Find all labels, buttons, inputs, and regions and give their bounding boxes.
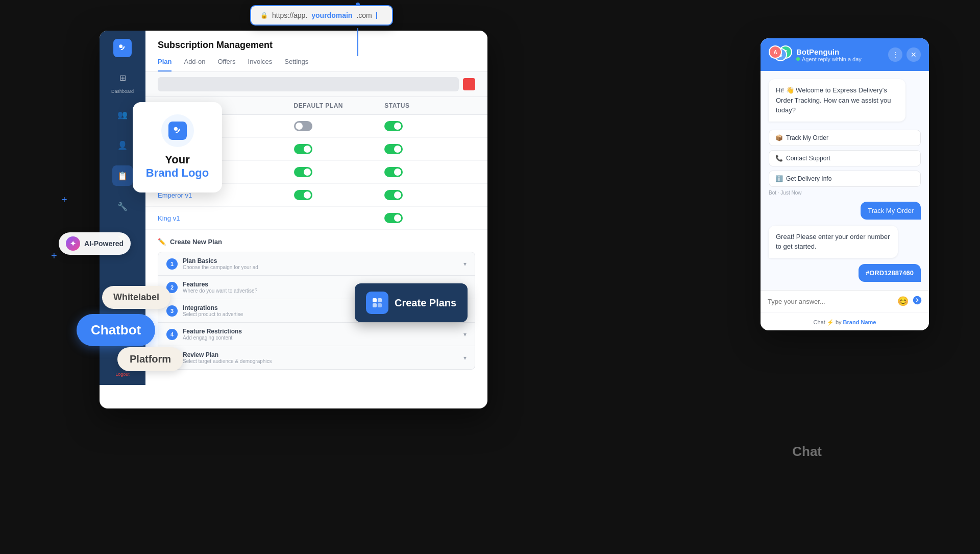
toggle-default-emperorv1[interactable]	[294, 190, 312, 200]
search-bar[interactable]	[158, 77, 459, 91]
step-chevron-1: ▾	[463, 260, 467, 268]
content-header: Subscription Management Plan Add-on Offe…	[145, 31, 487, 72]
sidebar-item-dashboard[interactable]: ⊞ Dashboard	[111, 67, 134, 94]
toggle-status-emperorv1[interactable]	[384, 190, 403, 200]
create-plans-float-button[interactable]: Create Plans	[355, 283, 468, 322]
chat-footer-brand: Brand Name	[843, 319, 876, 325]
chat-body: Hi! 👋 Welcome to Express Delivery's Orde…	[761, 71, 929, 290]
sidebar-item-user[interactable]: 👤	[112, 135, 133, 155]
chat-avatars: A B C	[769, 45, 791, 64]
chat-input[interactable]	[768, 298, 893, 305]
ai-icon: ✦	[66, 236, 80, 251]
url-domain-ext: .com	[356, 11, 372, 19]
contact-label: Contact Support	[786, 155, 830, 162]
toggle-default-baby[interactable]	[294, 121, 312, 131]
chatbot-label: Chatbot	[77, 314, 155, 346]
col-status: Status	[384, 102, 475, 109]
bot-welcome-bubble: Hi! 👋 Welcome to Express Delivery's Orde…	[769, 79, 905, 122]
platform-label: Platform	[117, 347, 183, 371]
plan-link-kingv1[interactable]: King v1	[158, 214, 294, 222]
table-row: King v1	[145, 207, 487, 230]
step-sub-1: Choose the campaign for your ad	[183, 264, 458, 270]
brand-text-your: Your Brand Logo	[146, 153, 209, 180]
create-plans-icon	[366, 292, 388, 314]
step-title-1: Plan Basics	[183, 257, 458, 264]
track-icon: 📦	[775, 134, 783, 141]
sidebar-item-settings[interactable]: 🔧	[112, 196, 133, 216]
toggle-status-baby[interactable]	[384, 121, 403, 131]
avatar-1: A	[769, 45, 782, 59]
ai-powered-badge: ✦ AI-Powered	[59, 232, 131, 255]
tab-plan[interactable]: Plan	[158, 58, 172, 71]
bot-welcome-text: Hi! 👋 Welcome to Express Delivery's Orde…	[776, 86, 891, 114]
scene: + + + 🔒 https://app.yourdomain.com	[0, 0, 980, 554]
user-bubble-order: #ORD12887460	[859, 264, 921, 282]
tab-offers[interactable]: Offers	[217, 58, 235, 71]
step-num-3: 3	[166, 305, 178, 317]
quick-reply-contact[interactable]: 📞 Contact Support	[769, 150, 921, 166]
cross-decoration-2: +	[51, 250, 57, 262]
track-label: Track My Order	[786, 134, 828, 141]
info-icon: ℹ️	[775, 175, 783, 182]
send-icon[interactable]	[913, 296, 922, 307]
chat-status-text: Agent reply within a day	[802, 56, 862, 62]
brand-logo-icon	[168, 122, 187, 140]
url-prefix: https://app.	[272, 11, 307, 19]
notification-badge	[463, 78, 475, 90]
toggle-status-little[interactable]	[384, 144, 403, 154]
svg-point-2	[913, 296, 922, 304]
quick-reply-info[interactable]: ℹ️ Get Delivery Info	[769, 171, 921, 187]
chat-footer-text: Chat ⚡ by Brand Name	[814, 319, 876, 325]
lock-icon: 🔒	[260, 12, 268, 19]
plan-step-1[interactable]: 1 Plan Basics Choose the campaign for yo…	[158, 252, 475, 276]
ai-powered-label: AI-Powered	[84, 239, 124, 248]
sidebar-item-plans[interactable]: 📋	[112, 165, 133, 186]
step-num-4: 4	[166, 329, 178, 340]
svg-rect-6	[378, 303, 382, 307]
step-num-1: 1	[166, 258, 178, 270]
plan-step-5[interactable]: 5 Review Plan Select target audience & d…	[158, 346, 475, 369]
url-bar-floating[interactable]: 🔒 https://app.yourdomain.com	[250, 5, 393, 26]
toggle-default-little[interactable]	[294, 144, 312, 154]
toggle-status-kingv1[interactable]	[384, 213, 403, 223]
sidebar-logo	[113, 39, 132, 57]
bot-timestamp: Bot · Just Now	[769, 190, 921, 196]
page-title: Subscription Management	[158, 40, 475, 51]
toggle-status-kingv2[interactable]	[384, 167, 403, 177]
toggle-default-kingv2[interactable]	[294, 167, 312, 177]
sidebar-item-users[interactable]: 👥	[112, 104, 133, 125]
chat-close-button[interactable]: ✕	[906, 47, 921, 62]
quick-reply-track[interactable]: 📦 Track My Order	[769, 130, 921, 146]
step-title-4: Feature Restrictions	[183, 328, 458, 335]
create-plan-button[interactable]: ✏️ Create New Plan	[158, 238, 475, 246]
chat-footer: Chat ⚡ by Brand Name	[761, 312, 929, 330]
main-content: Subscription Management Plan Add-on Offe…	[145, 31, 487, 385]
step-title-5: Review Plan	[183, 351, 458, 358]
svg-rect-4	[378, 298, 382, 302]
emoji-icon[interactable]: 😊	[897, 296, 909, 307]
brand-logo-circle	[161, 114, 194, 147]
tab-invoices[interactable]: Invoices	[248, 58, 273, 71]
chat-input-area: 😊	[761, 290, 929, 312]
chat-menu-button[interactable]: ⋮	[888, 47, 902, 62]
plan-step-4[interactable]: 4 Feature Restrictions Add engaging cont…	[158, 323, 475, 346]
step-sub-4: Add engaging content	[183, 335, 458, 341]
chat-bot-status: Agent reply within a day	[796, 56, 883, 62]
step-chevron-4: ▾	[463, 331, 467, 338]
svg-point-1	[174, 127, 177, 131]
col-default-plan: Default Plan	[294, 102, 385, 109]
url-connector	[357, 28, 358, 56]
chat-tab-text: Chat	[792, 444, 822, 459]
contact-icon: 📞	[775, 155, 783, 162]
whitelabel-label: Whitelabel	[102, 286, 170, 309]
tab-addon[interactable]: Add-on	[184, 58, 205, 71]
create-plan-icon: ✏️	[158, 238, 166, 246]
create-plans-label: Create Plans	[395, 297, 456, 309]
svg-rect-5	[373, 303, 377, 307]
status-dot	[796, 57, 800, 61]
chat-widget: A B C BotPenguin Agent reply within a da…	[761, 38, 929, 330]
tab-settings[interactable]: Settings	[284, 58, 308, 71]
cross-decoration-1: +	[61, 194, 67, 206]
user-bubble-track: Track My Order	[861, 202, 921, 220]
chat-header: A B C BotPenguin Agent reply within a da…	[761, 38, 929, 71]
